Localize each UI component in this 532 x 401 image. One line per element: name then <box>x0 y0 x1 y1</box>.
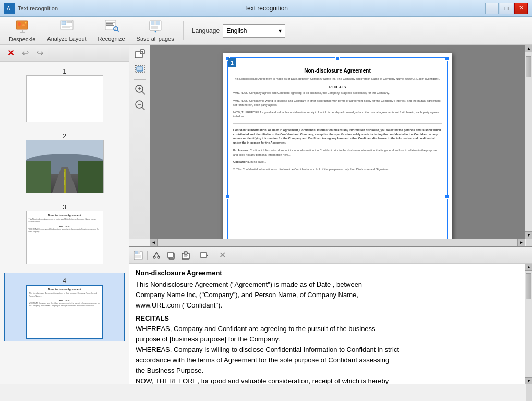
doc-scrollbar-h[interactable]: ◄ ► <box>150 239 525 246</box>
svg-rect-10 <box>67 21 72 23</box>
cut-button[interactable] <box>150 249 163 262</box>
obligations-heading: Obligations. In no case... <box>233 160 442 164</box>
scroll-track <box>525 52 532 231</box>
zoom-out-button[interactable] <box>132 98 148 112</box>
text-scrollbar-v[interactable]: ▲ ▼ <box>525 264 532 384</box>
text-panel: ✕ Non-disclosure Agreement This Nondiscl… <box>129 246 532 384</box>
svg-rect-23 <box>151 26 158 29</box>
window-controls: – □ ✕ <box>485 3 528 14</box>
svg-rect-29 <box>26 161 51 193</box>
road-photo <box>26 140 103 193</box>
doc-intro: This Nondisclosure Agreement is made as … <box>233 77 442 81</box>
window-title: Text recognition <box>244 5 288 12</box>
text-toolbar-sep-1 <box>147 251 148 260</box>
recognized-text[interactable]: Non-disclosure Agreement This Nondisclos… <box>129 264 525 384</box>
delete-button[interactable]: ✕ <box>4 47 17 60</box>
thumbnail-image-4: Non-disclosure Agreement This Nondisclos… <box>26 285 103 339</box>
divider-1 <box>233 123 442 124</box>
zoom-in-button[interactable] <box>132 82 148 97</box>
confidential-matter: Confidential Information. As used in Agr… <box>233 128 442 145</box>
save-all-label: Save all pages <box>137 36 174 42</box>
now-therefore: NOW, THEREFORE for good and valuable con… <box>233 110 442 119</box>
thumbnail-item-4[interactable]: 4 Non-disclosure Agreement This Nondiscl… <box>4 273 125 341</box>
action-bar: ✕ ↩ ↪ <box>0 45 129 62</box>
svg-rect-27 <box>64 172 65 177</box>
text-scroll-up[interactable]: ▲ <box>525 264 532 271</box>
svg-point-50 <box>153 256 155 258</box>
svg-rect-53 <box>168 252 173 258</box>
text-toolbar-sep-2 <box>195 251 195 260</box>
doc-scrollbar-v[interactable]: ▲ ▼ <box>525 45 532 239</box>
analyze-icon <box>59 19 74 34</box>
despeckle-button[interactable]: Despeckle <box>4 19 40 43</box>
svg-line-49 <box>156 252 159 256</box>
text-line-7: WHEREAS, Company is willing to disclose … <box>136 345 518 355</box>
text-line-1: This Nondisclosure Agreement ("Agreement… <box>136 279 518 290</box>
center-right-area: 1 Non-disclosure Agreement This Nondiscl… <box>129 45 532 384</box>
handle-mr <box>445 195 449 199</box>
main-content: ✕ ↩ ↪ 1 2 <box>0 45 532 384</box>
text-toolbar: ✕ <box>129 247 532 264</box>
svg-line-43 <box>142 107 144 110</box>
text-line-8: accordance with the terms of Agreement f… <box>136 355 518 365</box>
thumbnail-image-2 <box>26 140 104 193</box>
select-tool-button[interactable] <box>132 63 148 77</box>
handle-tm <box>335 56 340 61</box>
undo-button[interactable]: ↩ <box>19 47 31 60</box>
doc-page: 1 Non-disclosure Agreement This Nondiscl… <box>223 53 452 239</box>
scroll-up-btn[interactable]: ▲ <box>525 45 532 52</box>
language-dropdown[interactable]: English ▾ <box>223 24 285 38</box>
copy-button[interactable] <box>164 249 178 262</box>
recognize-label: Recognize <box>98 36 125 42</box>
thumbnail-label-4: 4 <box>63 277 66 285</box>
language-value: English <box>226 27 247 34</box>
text-content-wrapper: Non-disclosure Agreement This Nondisclos… <box>129 264 532 384</box>
thumbnail-label-3: 3 <box>63 204 66 211</box>
paste-button[interactable] <box>179 249 192 262</box>
recitals-heading: RECITALS <box>233 85 442 89</box>
text-scroll-down[interactable]: ▼ <box>525 377 532 384</box>
scroll-down-btn[interactable]: ▼ <box>525 231 532 239</box>
minimize-button[interactable]: – <box>485 3 499 14</box>
thumbnail-label-2: 2 <box>63 133 66 140</box>
analyze-layout-button[interactable]: Analyze Layout <box>42 19 91 43</box>
maximize-button[interactable]: □ <box>500 3 513 14</box>
app-name: Text recognition <box>18 5 58 11</box>
svg-rect-58 <box>200 253 207 257</box>
scroll-thumb[interactable] <box>526 56 531 77</box>
clear-button[interactable]: ✕ <box>215 249 229 262</box>
svg-rect-22 <box>154 21 156 25</box>
thumbnail-item-2[interactable]: 2 <box>4 131 125 193</box>
add-region-button[interactable] <box>132 47 148 62</box>
redo-button[interactable]: ↪ <box>33 47 46 60</box>
thumbnail-item-3[interactable]: 3 Non-disclosure Agreement This Nondiscl… <box>4 202 125 264</box>
recognize-button[interactable]: Recognize <box>93 19 130 43</box>
text-line-2: Company Name Inc, ("Company"), and Perso… <box>136 290 518 300</box>
svg-line-18 <box>117 30 118 31</box>
title-bar: A Text recognition Text recognition – □ … <box>0 0 532 17</box>
language-group: Language English ▾ <box>192 24 285 38</box>
text-toolbar-sep-3 <box>213 251 213 260</box>
text-line-recitals: RECITALS <box>136 313 518 324</box>
save-all-button[interactable]: Save all pages <box>132 19 179 43</box>
svg-rect-9 <box>62 21 66 25</box>
doc-scroll-area[interactable]: 1 Non-disclosure Agreement This Nondiscl… <box>150 45 525 239</box>
accept-button[interactable] <box>197 249 211 262</box>
text-line-9: the Business Purpose. <box>136 365 518 376</box>
app-icon: A <box>4 3 15 14</box>
svg-rect-12 <box>62 27 70 28</box>
despeckle-icon <box>15 19 30 35</box>
scroll-right-btn[interactable]: ► <box>517 239 525 246</box>
save-text-button[interactable] <box>131 249 145 262</box>
text-scroll-thumb[interactable] <box>526 273 531 299</box>
svg-point-4 <box>22 24 25 26</box>
svg-rect-46 <box>138 251 140 254</box>
close-button[interactable]: ✕ <box>514 3 528 14</box>
do-not-disclose: 2. This Confidential Information not dis… <box>233 167 442 171</box>
thumbnail-image-3: Non-disclosure Agreement This Nondisclos… <box>26 211 103 264</box>
scroll-left-btn[interactable]: ◄ <box>150 239 158 246</box>
svg-marker-60 <box>207 254 208 256</box>
thumbnail-item-1[interactable]: 1 <box>4 66 125 122</box>
doc-thumbnail-3: Non-disclosure Agreement This Nondisclos… <box>27 211 103 264</box>
text-line-6: purpose of [business purpose] for the Co… <box>136 334 518 345</box>
